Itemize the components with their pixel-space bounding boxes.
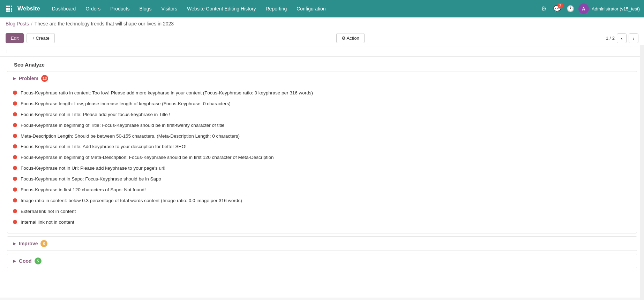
improve-chevron-icon: ▶ <box>13 241 16 246</box>
issue-dot-icon <box>13 123 17 127</box>
improve-label: Improve <box>19 241 38 246</box>
issue-item: Focus-Keyphrase length: Low, please incr… <box>13 99 631 109</box>
problem-label: Problem <box>19 76 38 81</box>
page-info: 1 / 2 <box>606 36 615 41</box>
svg-rect-0 <box>6 6 8 7</box>
issue-text: Focus-Keyphrase not in Url: Please add k… <box>21 165 165 172</box>
problem-chevron-icon: ▶ <box>13 76 16 81</box>
nav-item-orders[interactable]: Orders <box>81 0 105 17</box>
edit-button[interactable]: Edit <box>6 33 24 43</box>
issue-dot-icon <box>13 198 17 202</box>
issue-item: Focus-Keyphrase not in Url: Please add k… <box>13 163 631 174</box>
breadcrumb-current: These are the technology trends that wil… <box>35 21 174 26</box>
toolbar-actions: Edit + Create <box>6 33 55 43</box>
issue-dot-icon <box>13 209 17 213</box>
issue-dot-icon <box>13 155 17 159</box>
issue-item: Focus-Keyphrase not in Title: Please add… <box>13 110 631 120</box>
issue-dot-icon <box>13 144 17 148</box>
improve-header[interactable]: ▶ Improve 0 <box>7 237 637 251</box>
pagination: 1 / 2 ‹ › <box>606 33 638 43</box>
issue-dot-icon <box>13 91 17 95</box>
issue-item: Meta-Description Length: Should be betwe… <box>13 131 631 141</box>
svg-rect-5 <box>11 8 12 10</box>
issue-item: Image ratio in content: below 0.3 percen… <box>13 196 631 206</box>
good-header[interactable]: ▶ Good 5 <box>7 254 637 268</box>
issues-list: Focus-Keyphrase ratio in content: Too lo… <box>7 85 637 233</box>
scrollbar[interactable] <box>640 45 644 298</box>
issue-item: Focus-Keyphrase in beginning of Meta-Des… <box>13 153 631 163</box>
issue-text: Focus-Keyphrase ratio in content: Too lo… <box>21 90 313 97</box>
scroll-area-top: ↑ <box>0 46 644 57</box>
issue-text: Focus-Keyphrase not in Sapo: Focus-Keyph… <box>21 176 161 183</box>
problem-count-badge: 13 <box>41 75 48 82</box>
issue-text: Focus-Keyphrase length: Low, please incr… <box>21 101 231 107</box>
issue-text: Image ratio in content: below 0.3 percen… <box>21 198 242 204</box>
toolbar: Edit + Create ⚙ Action 1 / 2 ‹ › <box>0 30 644 46</box>
issue-dot-icon <box>13 177 17 181</box>
issue-item: Focus-Keyphrase ratio in content: Too lo… <box>13 88 631 98</box>
svg-rect-7 <box>8 10 10 12</box>
issue-dot-icon <box>13 166 17 170</box>
seo-analyze-panel: Seo Analyze ▶ Problem 13 Focus-Keyphrase… <box>0 57 644 278</box>
issue-text: Focus-Keyphrase in beginning of Title: F… <box>21 122 225 129</box>
issue-text: External link not in content <box>21 208 76 215</box>
issue-text: Internal link not in content <box>21 219 74 226</box>
issue-dot-icon <box>13 187 17 192</box>
problem-header[interactable]: ▶ Problem 13 <box>7 71 637 85</box>
nav-item-products[interactable]: Products <box>105 0 134 17</box>
good-label: Good <box>19 258 32 264</box>
issue-text: Meta-Description Length: Should be betwe… <box>21 133 240 140</box>
issue-dot-icon <box>13 112 17 116</box>
settings-icon[interactable]: ⚙ <box>539 3 549 14</box>
top-navigation: Website Dashboard Orders Products Blogs … <box>0 0 644 17</box>
issue-item: Focus-Keyphrase not in Sapo: Focus-Keyph… <box>13 174 631 184</box>
svg-rect-1 <box>8 6 10 7</box>
issue-dot-icon <box>13 134 17 138</box>
issue-item: Focus-Keyphrase not in Title: Add keyphr… <box>13 142 631 152</box>
improve-section: ▶ Improve 0 <box>7 236 637 251</box>
prev-page-button[interactable]: ‹ <box>617 33 627 43</box>
svg-rect-6 <box>6 10 8 12</box>
nav-item-visitors[interactable]: Visitors <box>156 0 182 17</box>
breadcrumb: Blog Posts / These are the technology tr… <box>0 17 644 30</box>
issue-text: Focus-Keyphrase not in Title: Please add… <box>21 111 170 118</box>
issue-text: Focus-Keyphrase in first 120 characters … <box>21 187 146 193</box>
nav-items: Dashboard Orders Products Blogs Visitors… <box>47 0 539 17</box>
issue-dot-icon <box>13 101 17 106</box>
nav-right: ⚙ 💬 2 🕐 A Administrator (v15_test) <box>539 3 640 14</box>
main-content: ↑ Seo Analyze ▶ Problem 13 Focus-Keyphra… <box>0 46 644 298</box>
notifications-icon[interactable]: 💬 2 <box>552 3 562 14</box>
svg-rect-4 <box>8 8 10 10</box>
breadcrumb-parent[interactable]: Blog Posts <box>6 21 29 26</box>
nav-item-configuration[interactable]: Configuration <box>292 0 330 17</box>
issue-item: Focus-Keyphrase in beginning of Title: F… <box>13 121 631 131</box>
issue-item-external-link: External link not in content <box>13 207 631 217</box>
seo-analyze-title: Seo Analyze <box>7 57 637 71</box>
breadcrumb-separator: / <box>31 21 32 26</box>
nav-item-reporting[interactable]: Reporting <box>261 0 292 17</box>
good-count-badge: 5 <box>35 257 42 264</box>
issue-item-internal-link: Internal link not in content <box>13 217 631 228</box>
svg-rect-8 <box>11 10 12 12</box>
issue-item: Focus-Keyphrase in first 120 characters … <box>13 185 631 195</box>
nav-item-dashboard[interactable]: Dashboard <box>47 0 81 17</box>
create-button[interactable]: + Create <box>27 33 54 43</box>
improve-count-badge: 0 <box>40 240 47 247</box>
svg-rect-2 <box>11 6 12 7</box>
svg-rect-3 <box>6 8 8 10</box>
good-chevron-icon: ▶ <box>13 259 16 263</box>
notification-badge: 2 <box>557 3 563 8</box>
issue-text: Focus-Keyphrase not in Title: Add keyphr… <box>21 144 187 150</box>
nav-item-website-content[interactable]: Website Content Editing History <box>182 0 261 17</box>
avatar[interactable]: A <box>578 3 589 14</box>
app-menu-icon[interactable] <box>4 4 14 14</box>
next-page-button[interactable]: › <box>629 33 638 43</box>
user-name: Administrator (v15_test) <box>592 6 640 11</box>
good-section: ▶ Good 5 <box>7 254 637 268</box>
issue-text: Focus-Keyphrase in beginning of Meta-Des… <box>21 154 274 161</box>
action-button[interactable]: ⚙ Action <box>336 33 365 43</box>
nav-item-blogs[interactable]: Blogs <box>134 0 156 17</box>
clock-icon[interactable]: 🕐 <box>565 3 576 14</box>
problem-section: ▶ Problem 13 Focus-Keyphrase ratio in co… <box>7 71 637 233</box>
app-title: Website <box>17 5 40 12</box>
